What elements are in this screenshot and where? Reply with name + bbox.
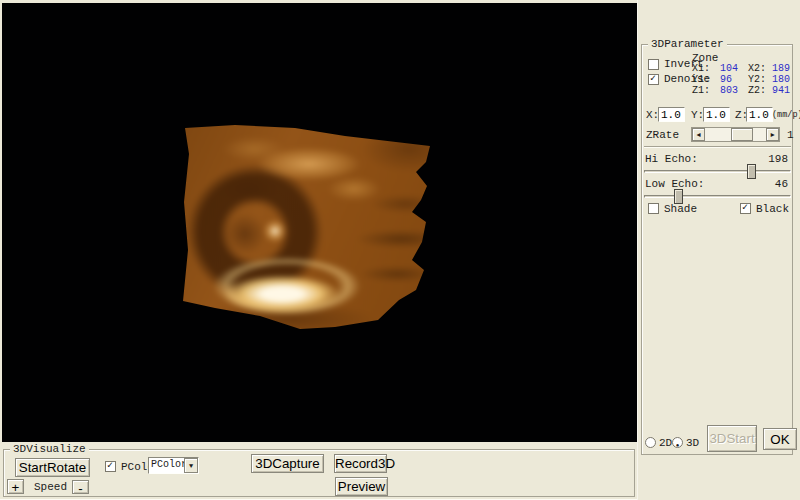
low-echo-value: 46 bbox=[775, 178, 788, 190]
zrate-scrollbar[interactable]: ◄ ► bbox=[691, 127, 780, 142]
zrate-label: ZRate bbox=[646, 129, 679, 141]
pcolor-dropdown[interactable]: PColor ▼ bbox=[148, 457, 199, 474]
shade-checkbox[interactable] bbox=[648, 203, 659, 214]
parameter-panel: 3DParameter Invert ✓ Denoise Zone X1: 10… bbox=[637, 0, 800, 500]
shade-label: Shade bbox=[664, 203, 697, 215]
zone-z2-label: Z2: bbox=[748, 85, 766, 96]
mode-2d-label: 2D bbox=[659, 437, 672, 449]
speed-minus-button[interactable]: - bbox=[72, 480, 89, 494]
scale-y-input[interactable] bbox=[703, 107, 730, 122]
black-label: Black bbox=[756, 203, 789, 215]
zrate-scroll-thumb[interactable] bbox=[731, 128, 753, 141]
3dstart-button: 3DStart bbox=[707, 425, 757, 452]
zone-z2-value: 941 bbox=[772, 85, 790, 96]
zone-x1-value: 104 bbox=[720, 63, 738, 74]
visualize-groupbox: 3DVisualize StartRotate + Speed - ✓ PCol… bbox=[3, 449, 635, 497]
hi-echo-slider[interactable] bbox=[644, 170, 791, 173]
mode-3d-radio[interactable]: ● bbox=[672, 437, 683, 448]
mode-2d-radio[interactable] bbox=[645, 437, 656, 448]
zone-x2-label: X2: bbox=[748, 63, 766, 74]
ok-button[interactable]: OK bbox=[763, 428, 797, 450]
scale-x-input[interactable] bbox=[658, 107, 685, 122]
speed-plus-button[interactable]: + bbox=[7, 479, 24, 494]
hi-echo-slider-thumb[interactable] bbox=[747, 164, 756, 179]
3d-viewport[interactable] bbox=[2, 3, 637, 442]
app-window: 3DParameter Invert ✓ Denoise Zone X1: 10… bbox=[0, 0, 800, 500]
zone-z1-label: Z1: bbox=[692, 85, 710, 96]
pcolor-checkbox[interactable]: ✓ bbox=[105, 461, 116, 472]
separator bbox=[644, 146, 791, 148]
arrow-right-icon: ► bbox=[770, 131, 774, 139]
preview-button[interactable]: Preview bbox=[335, 477, 388, 496]
zone-x2-value: 189 bbox=[772, 63, 790, 74]
pcolor-dropdown-button[interactable]: ▼ bbox=[184, 458, 198, 473]
3dcapture-button[interactable]: 3DCapture bbox=[251, 454, 324, 473]
speed-label: Speed bbox=[34, 481, 67, 493]
black-checkmark: ✓ bbox=[742, 201, 748, 213]
chevron-down-icon: ▼ bbox=[189, 462, 193, 470]
start-rotate-button[interactable]: StartRotate bbox=[15, 458, 90, 477]
low-echo-slider[interactable] bbox=[644, 195, 791, 198]
hi-echo-value: 198 bbox=[768, 153, 788, 165]
zrate-value: 1 bbox=[787, 129, 794, 141]
pcolor-checkmark: ✓ bbox=[107, 459, 113, 471]
scale-z-input[interactable] bbox=[746, 107, 773, 122]
hi-echo-label: Hi Echo: bbox=[645, 153, 698, 165]
ultrasound-texture bbox=[169, 114, 443, 344]
zrate-scroll-left-button[interactable]: ◄ bbox=[692, 128, 705, 141]
parameter-group-title: 3DParameter bbox=[648, 38, 727, 50]
zone-z1-value: 803 bbox=[720, 85, 738, 96]
ultrasound-volume-render bbox=[175, 120, 437, 338]
invert-checkbox[interactable] bbox=[648, 59, 659, 70]
arrow-left-icon: ◄ bbox=[696, 131, 700, 139]
visualize-panel: 3DVisualize StartRotate + Speed - ✓ PCol… bbox=[0, 442, 637, 500]
parameter-groupbox: 3DParameter Invert ✓ Denoise Zone X1: 10… bbox=[641, 44, 793, 455]
zone-y1-value: 96 bbox=[720, 74, 732, 85]
mode-3d-label: 3D bbox=[686, 437, 699, 449]
visualize-group-title: 3DVisualize bbox=[10, 443, 89, 455]
black-checkbox[interactable]: ✓ bbox=[740, 203, 751, 214]
zone-y2-value: 180 bbox=[772, 74, 790, 85]
record3d-button[interactable]: Record3D bbox=[334, 454, 387, 473]
mode-3d-radio-dot: ● bbox=[676, 442, 680, 449]
denoise-checkmark: ✓ bbox=[650, 72, 656, 84]
scale-unit-label: (mm/p) bbox=[772, 110, 800, 120]
zone-y2-label: Y2: bbox=[748, 74, 766, 85]
pcolor-dropdown-value: PColor bbox=[151, 459, 187, 470]
zrate-scroll-right-button[interactable]: ► bbox=[766, 128, 779, 141]
low-echo-slider-thumb[interactable] bbox=[674, 189, 683, 204]
denoise-checkbox[interactable]: ✓ bbox=[648, 74, 659, 85]
zone-x1-label: X1: bbox=[692, 63, 710, 74]
zone-y1-label: Y1: bbox=[692, 74, 710, 85]
